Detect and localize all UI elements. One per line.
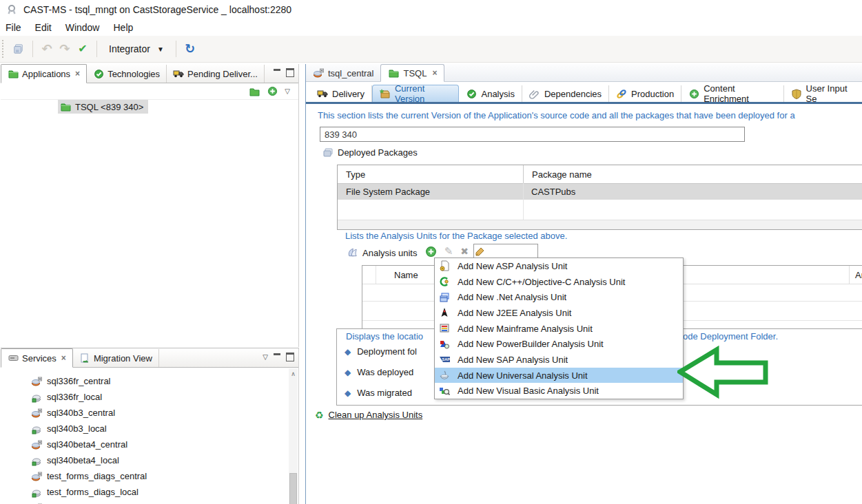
close-icon[interactable]: ×: [432, 68, 437, 78]
add-analysis-unit-button[interactable]: [424, 244, 438, 258]
menu-item-add-sap-analysis-unit[interactable]: SAP Add New SAP Analysis Unit: [435, 352, 683, 368]
main-toolbar: ↶ ↷ ✔ Integrator ▼ ↻: [0, 36, 862, 63]
paperclip-icon: [529, 88, 540, 99]
analysis-units-title: Analysis units: [362, 248, 417, 258]
minimize-icon[interactable]: [274, 69, 280, 77]
toolbar-separator: [32, 41, 33, 57]
applications-local-toolbar: ▽: [1, 83, 298, 100]
menu-item-add-dotnet-analysis-unit[interactable]: Add New .Net Analysis Unit: [435, 289, 683, 305]
menu-item-add-j2ee-analysis-unit[interactable]: Add New J2EE Analysis Unit: [435, 305, 683, 321]
services-scrollbar[interactable]: ∧: [289, 368, 298, 504]
title-bar: CAST-MS - tsql_mngt on CastStorageServic…: [0, 0, 862, 19]
edit-analysis-unit-button[interactable]: ✎: [442, 244, 455, 258]
tab-delivery[interactable]: Delivery: [310, 85, 372, 102]
service-item[interactable]: sql340beta4_local: [1, 452, 298, 468]
save-all-button[interactable]: [10, 40, 28, 58]
column-header-analysis[interactable]: Analy: [849, 266, 862, 284]
tab-applications[interactable]: Applications ×: [1, 64, 87, 83]
service-item[interactable]: sql336fr_central: [1, 373, 298, 389]
maximize-icon[interactable]: [286, 68, 294, 77]
column-header-package-name[interactable]: Package name: [523, 165, 862, 183]
menu-edit[interactable]: Edit: [28, 21, 59, 35]
diamond-icon: ◆: [345, 389, 351, 397]
cleanup-analysis-units-link[interactable]: Clean up Analysis Units: [329, 410, 423, 420]
tab-dependencies[interactable]: Dependencies: [522, 85, 609, 102]
menu-item-add-mainframe-analysis-unit[interactable]: Add New Mainframe Analysis Unit: [435, 321, 683, 337]
tab-services[interactable]: Services ×: [1, 348, 73, 368]
tree-item-tsql[interactable]: TSQL <839 340>: [58, 100, 148, 114]
delivery-truck-icon: [317, 88, 328, 99]
tab-technologies[interactable]: Technologies: [87, 65, 167, 83]
service-label: sql336fr_local: [47, 392, 102, 402]
version-name-input[interactable]: [320, 127, 745, 142]
new-application-button[interactable]: [249, 86, 260, 97]
tab-analysis[interactable]: Analysis: [459, 85, 522, 102]
deployed-packages-header: Deployed Packages: [322, 147, 418, 158]
service-item[interactable]: sql340b3_central: [1, 405, 298, 421]
tab-production[interactable]: Production: [609, 85, 681, 102]
service-item[interactable]: test_forms_diags_local: [1, 484, 298, 500]
service-item[interactable]: sql340b3_local: [1, 421, 298, 437]
central-database-icon: [313, 67, 324, 78]
validate-button[interactable]: ✔: [74, 40, 92, 58]
chain-links-icon: [616, 88, 627, 99]
svg-text:SAP: SAP: [442, 357, 450, 361]
scroll-up-icon[interactable]: ∧: [289, 368, 298, 379]
perspective-selector[interactable]: Integrator ▼: [102, 41, 171, 56]
refresh-button[interactable]: ↻: [181, 40, 199, 58]
tab-migration-view[interactable]: Migration View: [73, 349, 159, 367]
analysis-units-filter-input[interactable]: [485, 246, 533, 258]
editor-tab-tsql-central[interactable]: tsql_central: [306, 65, 380, 81]
tab-user-input-security[interactable]: User Input Se: [784, 85, 862, 102]
menu-item-add-asp-analysis-unit[interactable]: Add New ASP Analysis Unit: [435, 258, 683, 274]
toolbar-separator: [96, 41, 97, 57]
tab-label: Current Version: [395, 83, 452, 104]
tab-content-enrichment[interactable]: Content Enrichment: [681, 85, 783, 102]
back-button[interactable]: ↶: [38, 40, 56, 58]
scrollbar-thumb[interactable]: [289, 473, 297, 504]
perspective-label: Integrator: [109, 43, 150, 54]
sap-logo-icon: SAP: [438, 354, 451, 365]
migration-page-icon: [79, 353, 90, 364]
table-header: Type Package name: [338, 165, 862, 184]
close-icon[interactable]: ×: [61, 353, 66, 363]
bullet-label: Was migrated: [357, 388, 412, 398]
menu-window[interactable]: Window: [59, 21, 107, 35]
add-button[interactable]: [267, 86, 278, 97]
forward-button[interactable]: ↷: [56, 40, 74, 58]
close-icon[interactable]: ×: [75, 69, 80, 78]
editor-tab-tsql[interactable]: TSQL ×: [380, 64, 444, 82]
menu-item-add-powerbuilder-analysis-unit[interactable]: Add New PowerBuilder Analysis Unit: [435, 336, 683, 352]
service-item[interactable]: sql340beta4_central: [1, 437, 298, 452]
menu-item-label: Add New Universal Analysis Unit: [458, 370, 588, 381]
service-item[interactable]: sql336fr_local: [1, 389, 298, 405]
maximize-icon[interactable]: [286, 353, 294, 361]
service-item[interactable]: test_forms_diags_central: [1, 468, 298, 484]
menu-item-add-cpp-analysis-unit[interactable]: Add New C/C++/Objective-C Analysis Unit: [435, 274, 683, 290]
delete-analysis-unit-button[interactable]: ✖: [458, 244, 471, 258]
menu-item-label: Add New Mainframe Analysis Unit: [458, 324, 593, 334]
check-icon: ✔: [78, 43, 87, 54]
menu-file[interactable]: File: [0, 21, 28, 35]
view-menu-icon[interactable]: ▽: [263, 354, 268, 361]
service-label: sql340beta4_central: [47, 439, 127, 450]
tab-label: User Input Se: [806, 83, 856, 104]
package-box-icon: [380, 88, 391, 99]
column-header-type[interactable]: Type: [338, 169, 523, 180]
menu-item-add-visual-basic-analysis-unit[interactable]: Add New Visual Basic Analysis Unit: [435, 383, 683, 399]
toolbar-drag-handle[interactable]: [2, 40, 6, 58]
app-window-icon: [6, 4, 17, 15]
tab-pending-deliveries[interactable]: Pending Deliver...: [167, 65, 265, 83]
tab-current-version[interactable]: Current Version: [372, 85, 460, 102]
save-all-icon: [13, 43, 24, 54]
table-row-castpubs[interactable]: File System Package CASTPubs: [338, 184, 862, 200]
service-item[interactable]: tests_forms_central: [1, 500, 298, 504]
cast-ms-window: CAST-MS - tsql_mngt on CastStorageServic…: [0, 0, 862, 504]
menu-help[interactable]: Help: [106, 21, 140, 35]
services-view: Services × Migration View ▽ sql336fr_cen…: [1, 348, 299, 504]
view-menu-icon[interactable]: ▽: [285, 88, 290, 95]
tab-label: Delivery: [332, 89, 365, 99]
service-label: sql340b3_central: [47, 408, 115, 418]
menu-item-add-universal-analysis-unit[interactable]: Add New Universal Analysis Unit: [435, 368, 683, 384]
minimize-icon[interactable]: [274, 353, 280, 361]
